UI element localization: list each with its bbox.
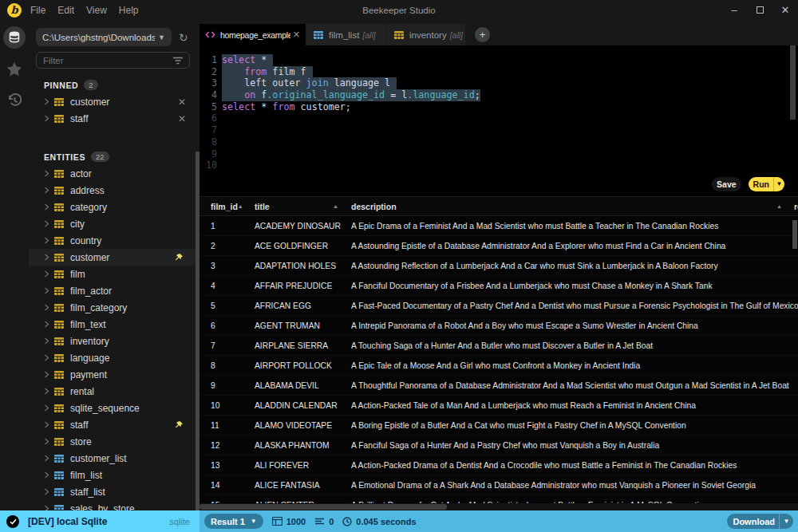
- cell-description[interactable]: A Emotional Drama of a A Shark And a Dat…: [345, 481, 798, 490]
- cell-title[interactable]: AFRICAN EGG: [249, 301, 345, 310]
- cell-film-id[interactable]: 9: [200, 381, 249, 390]
- entity-item-customer_list[interactable]: customer_list: [29, 450, 200, 467]
- entity-item-sales_by_store[interactable]: sales_by_store: [29, 500, 200, 510]
- cell-title[interactable]: ADAPTATION HOLES: [249, 262, 345, 270]
- chevron-right-icon[interactable]: [44, 115, 49, 122]
- entity-item-address[interactable]: address: [29, 182, 200, 199]
- menu-view[interactable]: View: [86, 5, 107, 16]
- result-selector[interactable]: Result 1 ▼: [204, 514, 263, 529]
- table-row[interactable]: 3ADAPTATION HOLESA Astounding Reflection…: [200, 256, 798, 276]
- table-row[interactable]: 2ACE GOLDFINGERA Astounding Epistle of a…: [200, 236, 798, 256]
- editor-scrollbar[interactable]: [790, 45, 796, 120]
- menu-file[interactable]: File: [30, 5, 45, 16]
- column-header-description[interactable]: description ▲: [345, 197, 788, 215]
- cell-film-id[interactable]: 8: [200, 361, 249, 370]
- save-button[interactable]: Save: [712, 177, 741, 191]
- entity-item-film_actor[interactable]: film_actor: [29, 282, 200, 299]
- entity-item-staff_list[interactable]: staff_list: [29, 483, 200, 500]
- cell-description[interactable]: A Action-Packed Tale of a Man And a Lumb…: [345, 401, 798, 410]
- minimize-button[interactable]: –: [721, 4, 747, 16]
- pin-icon[interactable]: [175, 253, 184, 262]
- cell-description[interactable]: A Intrepid Panorama of a Robot And a Boy…: [345, 321, 798, 330]
- cell-title[interactable]: AFFAIR PREJUDICE: [249, 282, 345, 290]
- cell-title[interactable]: ALABAMA DEVIL: [249, 381, 345, 390]
- menu-edit[interactable]: Edit: [57, 5, 74, 16]
- cell-title[interactable]: ALICE FANTASIA: [249, 481, 345, 490]
- table-row[interactable]: 8AIRPORT POLLOCKA Epic Tale of a Moose A…: [200, 356, 798, 376]
- cell-title[interactable]: ALAMO VIDEOTAPE: [249, 421, 345, 430]
- cell-description[interactable]: A Action-Packed Drama of a Dentist And a…: [345, 461, 798, 470]
- unpin-icon[interactable]: ✕: [178, 113, 186, 124]
- cell-film-id[interactable]: 6: [200, 321, 249, 330]
- entity-item-staff[interactable]: staff: [29, 416, 200, 433]
- app-logo-icon[interactable]: b: [7, 3, 22, 18]
- chevron-right-icon[interactable]: [44, 421, 49, 428]
- cell-description[interactable]: A Astounding Epistle of a Database Admin…: [345, 242, 798, 250]
- table-row[interactable]: 11ALAMO VIDEOTAPEA Boring Epistle of a B…: [200, 416, 798, 435]
- cell-title[interactable]: ACE GOLDFINGER: [249, 242, 345, 250]
- entity-item-film[interactable]: film: [29, 266, 200, 282]
- table-row[interactable]: 10ALADDIN CALENDARA Action-Packed Tale o…: [200, 396, 798, 416]
- column-header-partial[interactable]: re: [788, 197, 798, 215]
- chevron-right-icon[interactable]: [44, 270, 49, 278]
- chevron-right-icon[interactable]: [44, 321, 49, 328]
- results-horizontal-scrollbar[interactable]: [200, 503, 798, 510]
- column-header-film-id[interactable]: film_id ▲: [200, 197, 249, 215]
- pin-icon[interactable]: [175, 420, 184, 429]
- cell-description[interactable]: A Fast-Paced Documentary of a Pastry Che…: [345, 301, 798, 310]
- chevron-right-icon[interactable]: [44, 187, 49, 194]
- table-row[interactable]: 1ACADEMY DINOSAURA Epic Drama of a Femin…: [200, 216, 798, 236]
- chevron-right-icon[interactable]: [44, 98, 49, 105]
- history-tab-icon[interactable]: [6, 90, 23, 109]
- entity-item-store[interactable]: store: [29, 433, 200, 450]
- cell-film-id[interactable]: 14: [200, 481, 249, 490]
- refresh-icon[interactable]: ↻: [179, 31, 188, 44]
- cell-description[interactable]: A Thoughtful Panorama of a Database Admi…: [345, 381, 798, 390]
- run-options-caret[interactable]: ▼: [773, 177, 784, 191]
- entity-item-payment[interactable]: payment: [29, 366, 200, 383]
- maximize-button[interactable]: [747, 4, 772, 16]
- table-row[interactable]: 5AFRICAN EGGA Fast-Paced Documentary of …: [200, 296, 798, 316]
- cell-film-id[interactable]: 4: [200, 282, 249, 290]
- pinned-item-customer[interactable]: customer✕: [29, 93, 200, 110]
- entity-item-category[interactable]: category: [29, 199, 200, 215]
- menu-help[interactable]: Help: [119, 5, 139, 16]
- chevron-right-icon[interactable]: [44, 203, 49, 211]
- cell-title[interactable]: ALI FOREVER: [249, 461, 345, 470]
- entity-item-rental[interactable]: rental: [29, 383, 200, 400]
- sql-editor[interactable]: 1select *2 from film f3 left outer join …: [200, 45, 798, 171]
- cell-film-id[interactable]: 10: [200, 401, 249, 410]
- chevron-right-icon[interactable]: [44, 471, 49, 479]
- cell-film-id[interactable]: 5: [200, 301, 249, 310]
- cell-film-id[interactable]: 2: [200, 242, 249, 250]
- entity-item-film_text[interactable]: film_text: [29, 316, 200, 333]
- entity-item-film_category[interactable]: film_category: [29, 299, 200, 316]
- favorites-tab-icon[interactable]: [6, 60, 23, 79]
- new-tab-button[interactable]: +: [475, 27, 490, 42]
- entity-item-inventory[interactable]: inventory: [29, 333, 200, 349]
- chevron-right-icon[interactable]: [44, 505, 49, 510]
- filter-input[interactable]: [43, 56, 170, 65]
- cell-film-id[interactable]: 12: [200, 441, 249, 450]
- cell-description[interactable]: A Astounding Reflection of a Lumberjack …: [345, 262, 798, 270]
- unpin-icon[interactable]: ✕: [178, 97, 186, 108]
- cell-film-id[interactable]: 7: [200, 341, 249, 350]
- download-button[interactable]: Download: [727, 514, 779, 529]
- chevron-right-icon[interactable]: [44, 287, 49, 294]
- cell-film-id[interactable]: 1: [200, 222, 249, 231]
- sort-asc-icon[interactable]: ▲: [776, 203, 788, 209]
- pinned-item-staff[interactable]: staff✕: [29, 110, 200, 127]
- download-caret-icon[interactable]: ▼: [779, 514, 793, 529]
- tab-film-list[interactable]: film_list [all]: [306, 24, 385, 45]
- chevron-right-icon[interactable]: [44, 371, 49, 378]
- cell-title[interactable]: AIRPLANE SIERRA: [249, 341, 345, 350]
- filter-funnel-icon[interactable]: [173, 57, 183, 65]
- cell-description[interactable]: A Boring Epistle of a Butler And a Cat w…: [345, 421, 798, 430]
- database-tab-icon[interactable]: [3, 26, 26, 49]
- cell-description[interactable]: A Epic Drama of a Feminist And a Mad Sci…: [345, 222, 798, 231]
- connection-path-dropdown[interactable]: C:\Users\ghstng\Downloads ▼: [36, 28, 172, 46]
- cell-title[interactable]: ALASKA PHANTOM: [249, 441, 345, 450]
- cell-film-id[interactable]: 3: [200, 262, 249, 270]
- cell-title[interactable]: AIRPORT POLLOCK: [249, 361, 345, 370]
- chevron-right-icon[interactable]: [44, 237, 49, 244]
